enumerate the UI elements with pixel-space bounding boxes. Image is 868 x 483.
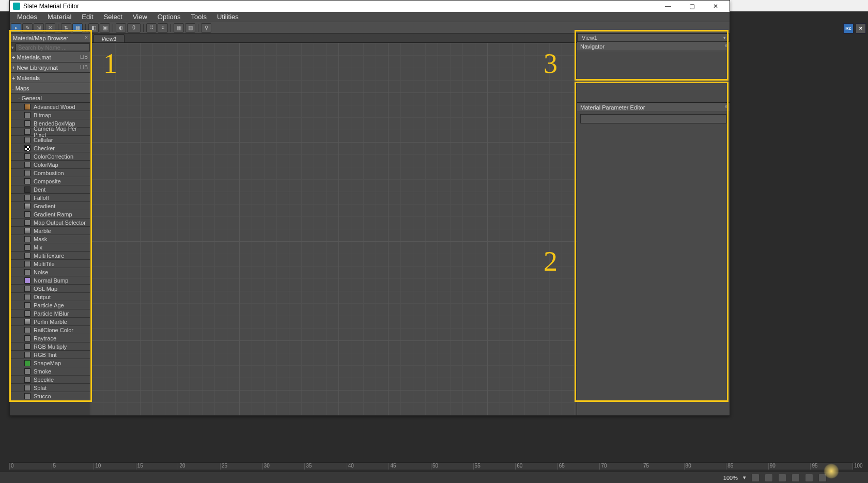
tool-search-icon[interactable]: ⚲ bbox=[201, 23, 211, 33]
map-item[interactable]: Perlin Marble bbox=[10, 318, 90, 326]
tool-assign-icon[interactable]: ⇲ bbox=[34, 23, 44, 33]
extra-icon[interactable]: ✕ bbox=[856, 23, 866, 34]
menu-options[interactable]: Options bbox=[152, 13, 186, 21]
tool-layout2-icon[interactable]: ⠶ bbox=[158, 23, 168, 33]
menu-utilities[interactable]: Utilities bbox=[212, 13, 244, 21]
param-close-icon[interactable]: × bbox=[724, 104, 727, 110]
param-title[interactable]: Material Parameter Editor × bbox=[577, 103, 730, 112]
map-label: Mask bbox=[34, 236, 47, 242]
map-item[interactable]: Particle Age bbox=[10, 301, 90, 309]
swatch-icon bbox=[24, 170, 30, 176]
tool-showend-icon[interactable]: ◧ bbox=[88, 23, 99, 33]
menu-modes[interactable]: Modes bbox=[12, 13, 42, 21]
swatch-icon bbox=[24, 286, 30, 292]
map-item[interactable]: Composite bbox=[10, 177, 90, 185]
titlebar[interactable]: Slate Material Editor — ▢ ✕ bbox=[10, 1, 730, 12]
map-item[interactable]: Advanced Wood bbox=[10, 103, 90, 111]
tool-zero[interactable]: 0 bbox=[127, 23, 141, 33]
tool-pick-icon[interactable]: ▸ bbox=[11, 23, 21, 33]
map-label: Camera Map Per Pixel bbox=[34, 126, 90, 138]
map-item[interactable]: Raytrace bbox=[10, 334, 90, 342]
menu-material[interactable]: Material bbox=[42, 13, 76, 21]
library-group[interactable]: + Materials bbox=[10, 73, 90, 83]
map-item[interactable]: Camera Map Per Pixel bbox=[10, 128, 90, 136]
maps-group-header[interactable]: - Maps bbox=[10, 83, 90, 94]
timeline-tick: 75 bbox=[642, 463, 649, 470]
map-item[interactable]: Mask bbox=[10, 235, 90, 243]
map-item[interactable]: Mix bbox=[10, 243, 90, 252]
swatch-icon bbox=[24, 360, 30, 366]
maximize-viewport-icon[interactable] bbox=[792, 474, 800, 482]
zoom-dropdown-icon[interactable]: ▾ bbox=[743, 474, 746, 481]
navigator-view[interactable] bbox=[577, 51, 730, 103]
tool-showmap-icon[interactable]: ▦ bbox=[72, 23, 83, 33]
browser-title[interactable]: Material/Map Browser × bbox=[10, 34, 90, 43]
map-item[interactable]: Combustion bbox=[10, 169, 90, 177]
menu-view[interactable]: View bbox=[128, 13, 152, 21]
node-canvas[interactable] bbox=[90, 43, 577, 415]
map-item[interactable]: Marble bbox=[10, 227, 90, 235]
map-item[interactable]: Speckle bbox=[10, 376, 90, 384]
map-item[interactable]: Stucco bbox=[10, 392, 90, 400]
map-item[interactable]: Falloff bbox=[10, 194, 90, 202]
search-menu-icon[interactable]: ▾ bbox=[10, 45, 16, 50]
browser-close-icon[interactable]: × bbox=[85, 35, 88, 40]
menu-edit[interactable]: Edit bbox=[76, 13, 98, 21]
map-item[interactable]: ShapeMap bbox=[10, 359, 90, 367]
map-item[interactable]: RGB Tint bbox=[10, 351, 90, 359]
map-item[interactable]: OSL Map bbox=[10, 285, 90, 293]
map-item[interactable]: Dent bbox=[10, 185, 90, 194]
map-item[interactable]: Gradient bbox=[10, 202, 90, 210]
map-item[interactable]: RGB Multiply bbox=[10, 342, 90, 351]
tool-layout1-icon[interactable]: ⠿ bbox=[146, 23, 157, 33]
zoom-value[interactable]: 100% bbox=[723, 475, 738, 481]
maps-tree[interactable]: Advanced WoodBitmapBlendedBoxMapCamera M… bbox=[10, 103, 90, 415]
library-group[interactable]: + New Library.matLIB bbox=[10, 63, 90, 73]
pan-icon[interactable] bbox=[751, 474, 760, 482]
menu-select[interactable]: Select bbox=[99, 13, 128, 21]
map-item[interactable]: MultiTile bbox=[10, 260, 90, 268]
navigator-title[interactable]: Navigator × bbox=[577, 42, 730, 51]
map-item[interactable]: Particle MBlur bbox=[10, 309, 90, 318]
map-item[interactable]: MultiTexture bbox=[10, 252, 90, 260]
tool-put-icon[interactable]: ✎ bbox=[22, 23, 33, 33]
zoom-icon[interactable] bbox=[765, 474, 773, 482]
map-item[interactable]: ColorCorrection bbox=[10, 152, 90, 161]
param-name-field[interactable] bbox=[580, 114, 726, 123]
map-item[interactable]: Smoke bbox=[10, 367, 90, 376]
tool-grid1-icon[interactable]: ▦ bbox=[174, 23, 184, 33]
map-item[interactable]: Checker bbox=[10, 144, 90, 152]
search-input[interactable] bbox=[16, 43, 90, 51]
view-selector[interactable]: View1 bbox=[577, 34, 730, 42]
tool-bg-icon[interactable]: ▣ bbox=[100, 23, 110, 33]
map-item[interactable]: Gradient Ramp bbox=[10, 210, 90, 219]
tab-view1[interactable]: View1 bbox=[94, 34, 125, 42]
tool-sample-icon[interactable]: ◐ bbox=[116, 23, 126, 33]
rc-icon[interactable]: Rc bbox=[843, 23, 854, 34]
map-item[interactable]: Bitmap bbox=[10, 111, 90, 119]
swatch-icon bbox=[24, 195, 30, 201]
minimize-button[interactable]: — bbox=[656, 1, 680, 12]
navigator-close-icon[interactable]: × bbox=[724, 43, 727, 49]
map-item[interactable]: Normal Bump bbox=[10, 276, 90, 285]
menu-tools[interactable]: Tools bbox=[186, 13, 212, 21]
timeline-ruler[interactable]: 0510152025303540455055606570758085909510… bbox=[9, 462, 853, 470]
map-item[interactable]: RailClone Color bbox=[10, 326, 90, 334]
close-button[interactable]: ✕ bbox=[704, 1, 727, 12]
maximize-button[interactable]: ▢ bbox=[680, 1, 704, 12]
orbit-icon[interactable] bbox=[778, 474, 786, 482]
map-item[interactable]: Splat bbox=[10, 384, 90, 392]
map-item[interactable]: Output bbox=[10, 293, 90, 301]
map-item[interactable]: Noise bbox=[10, 268, 90, 276]
extra1-icon[interactable] bbox=[805, 474, 813, 482]
timeline-tick: 80 bbox=[684, 463, 691, 470]
general-subgroup[interactable]: - General bbox=[10, 94, 90, 103]
tool-remove-icon[interactable]: ✕ bbox=[45, 23, 55, 33]
tool-move-icon[interactable]: ⇅ bbox=[61, 23, 71, 33]
map-item[interactable]: Map Output Selector bbox=[10, 219, 90, 227]
library-group[interactable]: + Materials.matLIB bbox=[10, 52, 90, 63]
tool-grid2-icon[interactable]: ▥ bbox=[185, 23, 195, 33]
map-item[interactable]: ColorMap bbox=[10, 161, 90, 169]
parameter-editor[interactable] bbox=[577, 112, 730, 415]
view-tabs: View1 bbox=[90, 34, 577, 43]
